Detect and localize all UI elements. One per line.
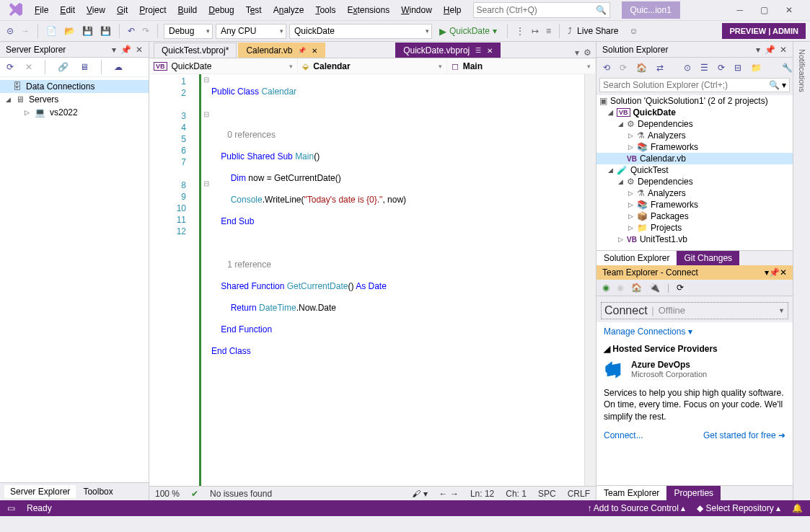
data-connections-node[interactable]: 🗄Data Connections [0, 80, 149, 93]
promote-icon[interactable]: ☰ [475, 47, 481, 54]
connect-server-icon[interactable]: 🖥 [78, 61, 91, 74]
analyzers-node-2[interactable]: ▷⚗Analyzers [597, 187, 793, 199]
config-dropdown[interactable]: Debug [164, 24, 213, 39]
close-icon[interactable]: ✕ [136, 45, 143, 55]
tab-server-explorer[interactable]: Server Explorer [4, 485, 76, 498]
pin-icon[interactable]: 📌 [120, 45, 131, 55]
getstarted-link[interactable]: Get started for free ➜ [703, 430, 785, 440]
tab-quicktest[interactable]: QuickTest.vbproj* [154, 43, 237, 58]
liveshare-label[interactable]: Live Share [577, 26, 618, 36]
menu-git[interactable]: Git [111, 3, 133, 17]
codelens-1[interactable]: 1 reference [227, 260, 271, 270]
minimize-button[interactable]: ─ [736, 5, 743, 15]
fold-icon[interactable]: ⊟ [201, 76, 211, 87]
startup-dropdown[interactable]: QuickDate [289, 24, 432, 39]
deps-node-2[interactable]: ◢⚙Dependencies [597, 176, 793, 187]
packages-node[interactable]: ▷📦Packages [597, 210, 793, 222]
server-child-node[interactable]: ▷💻vs2022 [0, 106, 149, 119]
solution-explorer-header[interactable]: Solution Explorer ▾📌✕ [597, 42, 793, 58]
analyzers-node[interactable]: ▷⚗Analyzers [597, 130, 793, 141]
menu-view[interactable]: View [81, 3, 111, 17]
save-icon[interactable]: 💾 [80, 25, 95, 37]
hosted-header[interactable]: ◢ Hosted Service Providers [604, 344, 785, 354]
line-indicator[interactable]: Ln: 12 [470, 489, 494, 499]
quick-search[interactable]: 🔍 [473, 2, 610, 18]
select-repository[interactable]: ◆ Select Repository ▴ [697, 503, 780, 513]
preview-admin-button[interactable]: PREVIEW | ADMIN [722, 23, 806, 39]
tb-misc1-icon[interactable]: ⋮ [514, 25, 527, 37]
tab-quickdate-preview[interactable]: QuickDate.vbproj☰✕ [395, 43, 501, 58]
calendar-vb-file[interactable]: VBCalendar.vb [597, 153, 793, 164]
projects-node[interactable]: ▷📁Projects [597, 222, 793, 234]
menu-window[interactable]: Window [395, 3, 438, 17]
azure-icon[interactable]: ☁ [112, 61, 125, 74]
collapse-icon[interactable]: ⊟ [732, 61, 744, 74]
issues-label[interactable]: No issues found [210, 489, 272, 499]
tab-team-explorer[interactable]: Team Explorer [597, 486, 666, 500]
menu-edit[interactable]: Edit [54, 3, 81, 17]
lineending-indicator[interactable]: CRLF [568, 489, 590, 499]
save-all-icon[interactable]: 💾 [98, 25, 113, 37]
codelens-0[interactable]: 0 references [227, 130, 276, 140]
plug-icon[interactable]: 🔌 [649, 283, 660, 293]
tab-properties[interactable]: Properties [666, 486, 721, 500]
output-icon[interactable]: ▭ [7, 503, 15, 513]
nav-project[interactable]: VBQuickDate [149, 58, 298, 74]
solution-root[interactable]: ▣Solution 'QuickSolution1' (2 of 2 proje… [597, 95, 793, 107]
menu-build[interactable]: Build [172, 3, 203, 17]
platform-dropdown[interactable]: Any CPU [216, 24, 286, 39]
start-debug-button[interactable]: ▶QuickDate ▾ [435, 25, 501, 38]
expand-icon[interactable]: ▷ [23, 109, 30, 116]
close-icon[interactable]: ✕ [487, 47, 493, 55]
unittest-file[interactable]: ▷VBUnitTest1.vb [597, 234, 793, 245]
close-window-button[interactable]: ✕ [785, 5, 793, 15]
refresh-icon[interactable]: ⟳ [4, 61, 16, 74]
servers-node[interactable]: ◢🖥Servers [0, 93, 149, 106]
pin-icon[interactable]: 📌 [765, 45, 775, 55]
notifications-rail[interactable]: Notifications [793, 42, 810, 500]
tab-toolbox[interactable]: Toolbox [77, 485, 118, 498]
tb-misc3-icon[interactable]: ≡ [544, 25, 553, 37]
home-icon[interactable]: 🏠 [634, 61, 649, 74]
connect-link[interactable]: Connect... [604, 430, 643, 440]
code-area[interactable]: Public Class Calendar 0 references Publi… [211, 74, 584, 486]
menu-test[interactable]: Test [240, 3, 268, 17]
menu-file[interactable]: File [29, 3, 54, 17]
fold-icon[interactable]: ⊟ [201, 179, 211, 191]
deps-node[interactable]: ◢⚙Dependencies [597, 118, 793, 130]
spacing-indicator[interactable]: SPC [538, 489, 556, 499]
refresh-icon[interactable]: ⟳ [677, 283, 684, 293]
tab-git-changes[interactable]: Git Changes [677, 251, 739, 265]
frameworks-node[interactable]: ▷📚Frameworks [597, 141, 793, 153]
fold-icon[interactable]: ⊟ [201, 110, 211, 122]
frameworks-node-2[interactable]: ▷📚Frameworks [597, 199, 793, 210]
open-folder-icon[interactable]: 📂 [62, 25, 77, 37]
close-icon[interactable]: ✕ [312, 47, 317, 55]
project-quicktest[interactable]: ◢🧪QuickTest [597, 164, 793, 176]
tab-dropdown-icon[interactable]: ▾ [575, 48, 579, 58]
team-explorer-header[interactable]: Team Explorer - Connect ▾📌✕ [597, 265, 793, 280]
nav-class[interactable]: ⬙Calendar [298, 58, 446, 74]
menu-extensions[interactable]: Extensions [341, 3, 395, 17]
refresh-icon[interactable]: ⟳ [716, 61, 727, 74]
zoom-level[interactable]: 100 % [155, 489, 180, 499]
menu-analyze[interactable]: Analyze [268, 3, 310, 17]
pin-icon[interactable]: 📌 [298, 47, 306, 54]
liveshare-icon[interactable]: ⤴ [565, 25, 574, 37]
solution-search[interactable]: 🔍 ▾ [599, 78, 790, 92]
code-editor[interactable]: 123456789101112 ⊟⊟⊟ Public Class Calenda… [149, 74, 596, 486]
tab-solution-explorer[interactable]: Solution Explorer [597, 251, 677, 265]
connect-db-icon[interactable]: 🔗 [56, 61, 71, 74]
connect-dropdown[interactable]: Connect | Offline ▼ [601, 302, 788, 319]
server-explorer-header[interactable]: Server Explorer ▾📌✕ [0, 42, 149, 58]
add-source-control[interactable]: ↑ Add to Source Control ▴ [587, 503, 685, 513]
tab-calendar[interactable]: Calendar.vb📌✕ [238, 43, 325, 58]
close-icon[interactable]: ✕ [780, 45, 787, 55]
pin-icon[interactable]: 📌 [769, 267, 780, 278]
sync-icon[interactable]: ⊙ [682, 61, 693, 74]
error-nav-icon[interactable]: ← → [439, 489, 459, 499]
feedback-icon[interactable]: ☺ [627, 25, 640, 37]
editor-scrollbar[interactable] [584, 74, 596, 486]
undo-icon[interactable]: ↶ [126, 25, 137, 37]
nav-member[interactable]: ◻Main [447, 58, 596, 74]
